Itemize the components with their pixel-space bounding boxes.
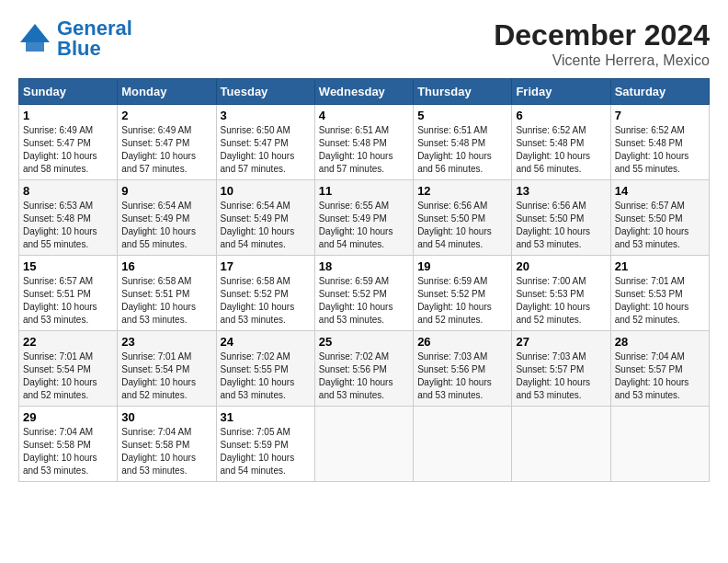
day-number: 28 xyxy=(615,335,705,349)
calendar-cell: 1 Sunrise: 6:49 AM Sunset: 5:47 PM Dayli… xyxy=(19,105,118,180)
calendar-cell: 16 Sunrise: 6:58 AM Sunset: 5:51 PM Dayl… xyxy=(118,256,216,331)
day-number: 7 xyxy=(615,109,705,122)
day-info: Sunrise: 6:59 AM Sunset: 5:52 PM Dayligh… xyxy=(319,275,409,327)
day-number: 19 xyxy=(417,259,507,273)
day-number: 3 xyxy=(221,109,311,122)
calendar-cell: 23 Sunrise: 7:01 AM Sunset: 5:54 PM Dayl… xyxy=(118,331,216,407)
day-info: Sunrise: 6:51 AM Sunset: 5:48 PM Dayligh… xyxy=(417,124,507,176)
day-info: Sunrise: 6:52 AM Sunset: 5:48 PM Dayligh… xyxy=(516,124,606,176)
calendar-cell: 10 Sunrise: 6:54 AM Sunset: 5:49 PM Dayl… xyxy=(216,180,314,256)
calendar-cell xyxy=(314,407,413,482)
day-number: 4 xyxy=(319,109,409,122)
calendar-cell: 8 Sunrise: 6:53 AM Sunset: 5:48 PM Dayli… xyxy=(19,180,118,256)
day-number: 18 xyxy=(319,259,409,273)
day-number: 30 xyxy=(121,410,211,424)
calendar-cell: 28 Sunrise: 7:04 AM Sunset: 5:57 PM Dayl… xyxy=(610,331,709,407)
day-info: Sunrise: 7:05 AM Sunset: 5:59 PM Dayligh… xyxy=(221,426,311,477)
header-sunday: Sunday xyxy=(19,79,118,105)
calendar-cell: 17 Sunrise: 6:58 AM Sunset: 5:52 PM Dayl… xyxy=(216,256,314,331)
day-number: 8 xyxy=(23,184,113,198)
calendar-cell: 20 Sunrise: 7:00 AM Sunset: 5:53 PM Dayl… xyxy=(512,256,610,331)
page-header: GeneralBlue December 2024 Vicente Herrer… xyxy=(18,18,710,69)
calendar-title: December 2024 xyxy=(494,18,710,52)
calendar-cell: 13 Sunrise: 6:56 AM Sunset: 5:50 PM Dayl… xyxy=(512,180,610,256)
week-row-2: 8 Sunrise: 6:53 AM Sunset: 5:48 PM Dayli… xyxy=(19,180,710,256)
calendar-cell: 30 Sunrise: 7:04 AM Sunset: 5:58 PM Dayl… xyxy=(118,407,216,482)
day-info: Sunrise: 6:54 AM Sunset: 5:49 PM Dayligh… xyxy=(221,200,311,251)
header-monday: Monday xyxy=(118,79,216,105)
day-info: Sunrise: 6:56 AM Sunset: 5:50 PM Dayligh… xyxy=(417,200,507,251)
day-info: Sunrise: 7:04 AM Sunset: 5:58 PM Dayligh… xyxy=(23,426,113,477)
day-number: 22 xyxy=(23,335,113,349)
title-block: December 2024 Vicente Herrera, Mexico xyxy=(494,18,710,69)
calendar-cell: 21 Sunrise: 7:01 AM Sunset: 5:53 PM Dayl… xyxy=(610,256,709,331)
svg-marker-1 xyxy=(20,24,50,42)
day-number: 27 xyxy=(516,335,606,349)
calendar-cell: 14 Sunrise: 6:57 AM Sunset: 5:50 PM Dayl… xyxy=(610,180,709,256)
day-number: 21 xyxy=(615,259,705,273)
day-info: Sunrise: 7:04 AM Sunset: 5:58 PM Dayligh… xyxy=(121,426,211,477)
calendar-cell xyxy=(610,407,709,482)
day-number: 26 xyxy=(417,335,507,349)
day-info: Sunrise: 6:58 AM Sunset: 5:51 PM Dayligh… xyxy=(121,275,211,327)
logo-icon xyxy=(18,22,51,55)
calendar-cell: 9 Sunrise: 6:54 AM Sunset: 5:49 PM Dayli… xyxy=(118,180,216,256)
day-info: Sunrise: 6:56 AM Sunset: 5:50 PM Dayligh… xyxy=(516,200,606,251)
day-info: Sunrise: 7:03 AM Sunset: 5:56 PM Dayligh… xyxy=(417,350,507,402)
day-number: 5 xyxy=(417,109,507,122)
day-number: 24 xyxy=(221,335,311,349)
day-number: 15 xyxy=(23,259,113,273)
day-info: Sunrise: 6:52 AM Sunset: 5:48 PM Dayligh… xyxy=(615,124,705,176)
day-number: 10 xyxy=(221,184,311,198)
calendar-cell: 2 Sunrise: 6:49 AM Sunset: 5:47 PM Dayli… xyxy=(118,105,216,180)
calendar-table: SundayMondayTuesdayWednesdayThursdayFrid… xyxy=(18,78,710,482)
calendar-cell: 29 Sunrise: 7:04 AM Sunset: 5:58 PM Dayl… xyxy=(19,407,118,482)
day-info: Sunrise: 6:58 AM Sunset: 5:52 PM Dayligh… xyxy=(221,275,311,327)
day-number: 1 xyxy=(23,109,113,122)
day-info: Sunrise: 6:55 AM Sunset: 5:49 PM Dayligh… xyxy=(319,200,409,251)
day-info: Sunrise: 6:54 AM Sunset: 5:49 PM Dayligh… xyxy=(121,200,211,251)
header-wednesday: Wednesday xyxy=(314,79,413,105)
header-friday: Friday xyxy=(512,79,610,105)
day-number: 11 xyxy=(319,184,409,198)
day-info: Sunrise: 6:59 AM Sunset: 5:52 PM Dayligh… xyxy=(417,275,507,327)
day-info: Sunrise: 7:00 AM Sunset: 5:53 PM Dayligh… xyxy=(516,275,606,327)
week-row-4: 22 Sunrise: 7:01 AM Sunset: 5:54 PM Dayl… xyxy=(19,331,710,407)
calendar-cell: 7 Sunrise: 6:52 AM Sunset: 5:48 PM Dayli… xyxy=(610,105,709,180)
day-info: Sunrise: 6:57 AM Sunset: 5:50 PM Dayligh… xyxy=(615,200,705,251)
calendar-cell: 31 Sunrise: 7:05 AM Sunset: 5:59 PM Dayl… xyxy=(216,407,314,482)
day-info: Sunrise: 6:50 AM Sunset: 5:47 PM Dayligh… xyxy=(221,124,311,176)
day-info: Sunrise: 6:53 AM Sunset: 5:48 PM Dayligh… xyxy=(23,200,113,251)
calendar-cell: 19 Sunrise: 6:59 AM Sunset: 5:52 PM Dayl… xyxy=(414,256,512,331)
week-row-5: 29 Sunrise: 7:04 AM Sunset: 5:58 PM Dayl… xyxy=(19,407,710,482)
week-row-3: 15 Sunrise: 6:57 AM Sunset: 5:51 PM Dayl… xyxy=(19,256,710,331)
day-info: Sunrise: 7:01 AM Sunset: 5:54 PM Dayligh… xyxy=(23,350,113,402)
day-info: Sunrise: 7:01 AM Sunset: 5:54 PM Dayligh… xyxy=(121,350,211,402)
logo: GeneralBlue xyxy=(18,18,132,59)
day-number: 31 xyxy=(221,410,311,424)
day-info: Sunrise: 7:02 AM Sunset: 5:56 PM Dayligh… xyxy=(319,350,409,402)
calendar-cell xyxy=(414,407,512,482)
day-info: Sunrise: 7:03 AM Sunset: 5:57 PM Dayligh… xyxy=(516,350,606,402)
day-info: Sunrise: 6:49 AM Sunset: 5:47 PM Dayligh… xyxy=(23,124,113,176)
day-info: Sunrise: 7:04 AM Sunset: 5:57 PM Dayligh… xyxy=(615,350,705,402)
day-info: Sunrise: 7:01 AM Sunset: 5:53 PM Dayligh… xyxy=(615,275,705,327)
calendar-cell: 5 Sunrise: 6:51 AM Sunset: 5:48 PM Dayli… xyxy=(414,105,512,180)
calendar-cell: 4 Sunrise: 6:51 AM Sunset: 5:48 PM Dayli… xyxy=(314,105,413,180)
day-number: 23 xyxy=(121,335,211,349)
day-number: 25 xyxy=(319,335,409,349)
day-info: Sunrise: 7:02 AM Sunset: 5:55 PM Dayligh… xyxy=(221,350,311,402)
day-number: 13 xyxy=(516,184,606,198)
header-thursday: Thursday xyxy=(414,79,512,105)
calendar-cell: 26 Sunrise: 7:03 AM Sunset: 5:56 PM Dayl… xyxy=(414,331,512,407)
header-saturday: Saturday xyxy=(610,79,709,105)
day-number: 2 xyxy=(121,109,211,122)
day-number: 17 xyxy=(221,259,311,273)
day-number: 16 xyxy=(121,259,211,273)
logo-text: GeneralBlue xyxy=(57,18,132,59)
day-number: 20 xyxy=(516,259,606,273)
day-number: 6 xyxy=(516,109,606,122)
header-tuesday: Tuesday xyxy=(216,79,314,105)
calendar-cell: 12 Sunrise: 6:56 AM Sunset: 5:50 PM Dayl… xyxy=(414,180,512,256)
calendar-cell xyxy=(512,407,610,482)
